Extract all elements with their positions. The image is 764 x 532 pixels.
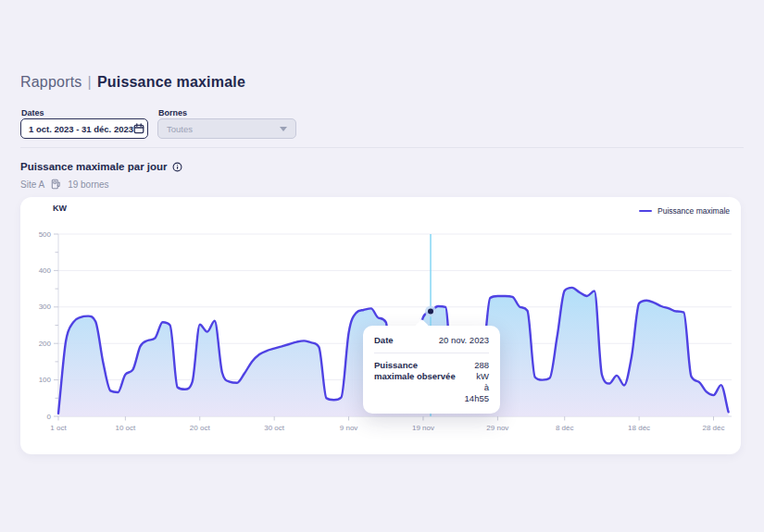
bornes-select-value: Toutes <box>167 124 193 134</box>
bornes-filter-label: Bornes <box>158 108 187 118</box>
tooltip-metric-row: Puissance maximale observée 288 kW à 14h… <box>374 360 489 404</box>
breadcrumb-separator: | <box>88 74 92 90</box>
charging-station-icon <box>51 179 61 190</box>
bornes-count: 19 bornes <box>68 179 108 190</box>
tooltip-metric-time: à 14h55 <box>459 382 489 404</box>
svg-text:28 déc: 28 déc <box>703 424 725 432</box>
chart-section-title: Puissance maximale par jour <box>20 161 168 172</box>
tooltip-metric-label: Puissance maximale observée <box>374 360 459 382</box>
svg-text:10 oct: 10 oct <box>115 424 136 432</box>
site-row: Site A 19 bornes <box>20 179 109 190</box>
chart-section-header: Puissance maximale par jour <box>20 161 182 172</box>
svg-text:200: 200 <box>39 340 52 348</box>
breadcrumb: Rapports <box>20 74 82 90</box>
tooltip-date-row: Date 20 nov. 2023 <box>374 335 489 346</box>
info-icon[interactable] <box>172 162 182 172</box>
reports-page: { "page": { "breadcrumb": "Rapports", "s… <box>0 0 764 532</box>
bornes-select[interactable]: Toutes <box>157 118 296 139</box>
tooltip-date-label: Date <box>374 335 394 346</box>
svg-text:500: 500 <box>39 230 52 239</box>
dates-filter-label: Dates <box>21 108 44 118</box>
svg-text:19 nov: 19 nov <box>412 424 434 432</box>
svg-text:100: 100 <box>39 376 52 384</box>
chevron-down-icon <box>280 127 287 131</box>
tooltip-metric-value: 288 kW à 14h55 <box>459 360 489 404</box>
svg-text:0: 0 <box>47 413 52 421</box>
tooltip-metric-kw: 288 kW <box>459 360 489 382</box>
page-title-text: Puissance maximale <box>97 74 245 90</box>
chart-tooltip: Date 20 nov. 2023 Puissance maximale obs… <box>363 326 500 414</box>
site-name: Site A <box>20 179 44 190</box>
svg-text:400: 400 <box>39 266 52 275</box>
date-range-input[interactable]: 1 oct. 2023 - 31 déc. 2023 <box>20 118 148 139</box>
svg-text:30 oct: 30 oct <box>264 424 285 432</box>
svg-text:1 oct: 1 oct <box>50 424 67 432</box>
svg-text:29 nov: 29 nov <box>486 424 508 432</box>
calendar-icon <box>133 123 144 134</box>
hover-marker-dot <box>428 309 433 315</box>
svg-text:20 oct: 20 oct <box>190 424 211 432</box>
tooltip-divider <box>374 353 489 353</box>
svg-text:18 déc: 18 déc <box>628 424 650 432</box>
date-range-value: 1 oct. 2023 - 31 déc. 2023 <box>29 124 133 134</box>
svg-text:300: 300 <box>39 303 52 311</box>
page-title: Rapports|Puissance maximale <box>20 74 245 91</box>
divider <box>20 147 744 148</box>
svg-text:9 nov: 9 nov <box>340 424 358 432</box>
chart-card: KW Puissance maximale 01002003004005001 … <box>20 197 741 454</box>
svg-text:8 déc: 8 déc <box>556 424 574 432</box>
tooltip-date-value: 20 nov. 2023 <box>439 335 489 346</box>
